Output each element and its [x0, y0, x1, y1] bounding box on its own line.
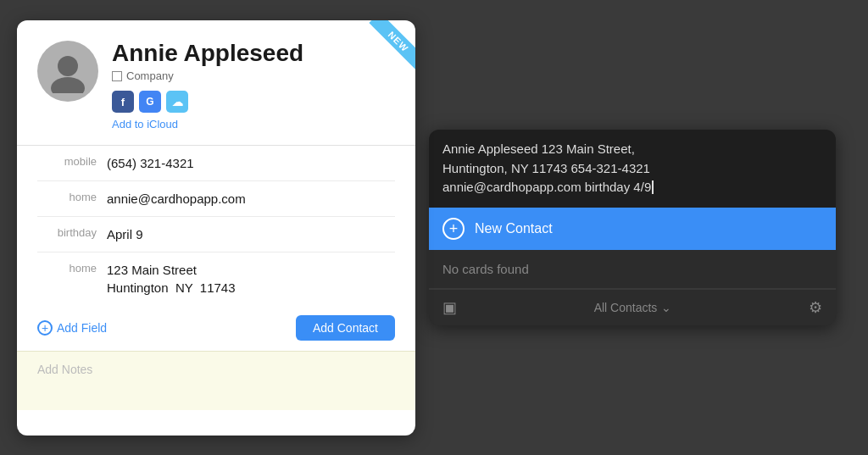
- notes-placeholder: Add Notes: [37, 363, 92, 376]
- contact-name: Annie Appleseed: [112, 41, 395, 67]
- search-text: Annie Appleseed 123 Main Street, Hunting…: [442, 140, 822, 197]
- field-label-mobile: mobile: [37, 154, 97, 168]
- field-row-birthday: birthday April 9: [37, 217, 395, 252]
- add-field-label: Add Field: [57, 321, 107, 335]
- field-label-home-address: home: [37, 261, 97, 275]
- facebook-icon[interactable]: f: [112, 91, 134, 113]
- all-contacts-button[interactable]: All Contacts ⌄: [594, 301, 672, 314]
- field-value-birthday: April 9: [107, 225, 395, 243]
- add-contact-button[interactable]: Add Contact: [296, 315, 395, 341]
- social-icons: f G ☁: [112, 91, 395, 113]
- svg-point-0: [58, 56, 78, 76]
- right-panel: Annie Appleseed 123 Main Street, Hunting…: [429, 130, 836, 325]
- field-label-birthday: birthday: [37, 225, 97, 239]
- field-value-home-email: annie@cardhopapp.com: [107, 190, 395, 208]
- new-contact-plus-icon: +: [442, 218, 465, 240]
- field-value-home-address: 123 Main StreetHuntington NY 11743: [107, 261, 395, 297]
- icloud-icon[interactable]: ☁: [166, 91, 188, 113]
- company-checkbox[interactable]: [112, 71, 122, 81]
- bottom-bar: ▣ All Contacts ⌄ ⚙: [429, 289, 836, 325]
- cursor: [652, 180, 654, 194]
- notes-area[interactable]: Add Notes: [17, 351, 415, 410]
- add-to-icloud-link[interactable]: Add to iCloud: [112, 118, 178, 130]
- all-contacts-label: All Contacts: [594, 301, 658, 314]
- avatar: [37, 41, 98, 102]
- add-field-icon: +: [37, 320, 53, 336]
- card-actions: + Add Field Add Contact: [17, 305, 415, 351]
- field-row-mobile: mobile (654) 321-4321: [37, 146, 395, 181]
- gear-icon[interactable]: ⚙: [809, 298, 822, 317]
- card-fields: mobile (654) 321-4321 home annie@cardhop…: [17, 146, 415, 305]
- field-row-home-email: home annie@cardhopapp.com: [37, 181, 395, 217]
- company-row: Company: [112, 69, 395, 82]
- add-field-button[interactable]: + Add Field: [37, 320, 107, 336]
- field-row-home-address: home 123 Main StreetHuntington NY 11743: [37, 252, 395, 305]
- no-cards-message: No cards found: [429, 250, 836, 289]
- chevron-down-icon: ⌄: [661, 301, 671, 314]
- google-icon[interactable]: G: [139, 91, 161, 113]
- header-info: Annie Appleseed Company f G ☁ Add to iCl…: [112, 41, 395, 132]
- card-header: Annie Appleseed Company f G ☁ Add to iCl…: [17, 20, 415, 147]
- card-deck-icon[interactable]: ▣: [442, 298, 457, 317]
- contact-card: Annie Appleseed Company f G ☁ Add to iCl…: [17, 20, 415, 436]
- search-bar[interactable]: Annie Appleseed 123 Main Street, Hunting…: [429, 130, 836, 208]
- company-label: Company: [126, 69, 174, 82]
- new-contact-label: New Contact: [475, 221, 553, 236]
- svg-point-1: [51, 77, 85, 93]
- new-contact-row[interactable]: + New Contact: [429, 208, 836, 250]
- field-label-home-email: home: [37, 190, 97, 203]
- field-value-mobile: (654) 321-4321: [107, 154, 395, 172]
